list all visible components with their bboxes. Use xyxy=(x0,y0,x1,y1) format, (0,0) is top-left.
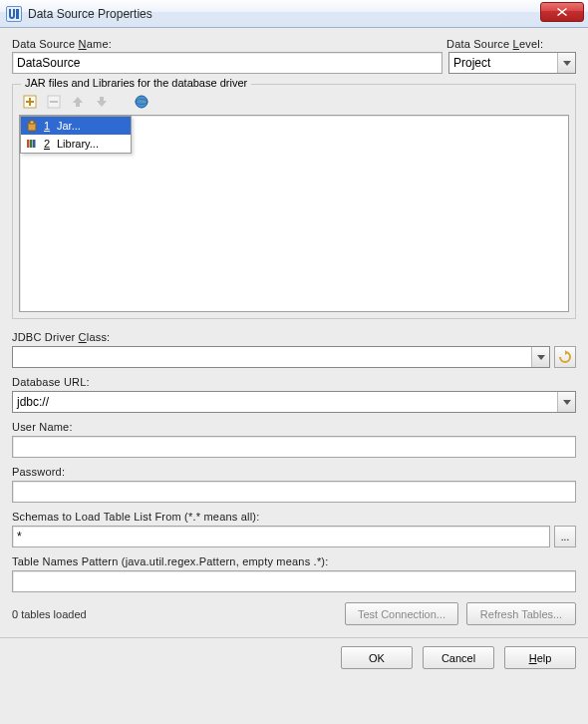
library-icon xyxy=(25,138,39,150)
user-name-input[interactable] xyxy=(12,436,576,458)
jdbc-driver-class-select[interactable] xyxy=(12,346,550,368)
user-name-label: User Name: xyxy=(12,421,576,433)
menu-library-num: 2 xyxy=(44,138,52,150)
data-source-level-select[interactable]: Project xyxy=(448,52,576,74)
menu-item-library[interactable]: 2 Library... xyxy=(21,135,131,153)
add-button[interactable] xyxy=(21,93,39,111)
jar-files-group: JAR files and Libraries for the database… xyxy=(12,84,576,319)
move-down-button[interactable] xyxy=(93,93,111,111)
help-button[interactable]: Help xyxy=(504,646,576,669)
app-icon xyxy=(6,6,22,22)
database-url-label: Database URL: xyxy=(12,376,576,388)
svg-rect-3 xyxy=(26,101,34,103)
svg-rect-10 xyxy=(27,140,30,148)
svg-rect-12 xyxy=(33,140,36,148)
password-label: Password: xyxy=(12,466,576,478)
add-dropdown-menu: 1 Jar... 2 Library... xyxy=(20,116,132,154)
jar-icon xyxy=(25,120,39,132)
chevron-down-icon xyxy=(531,347,549,367)
table-pattern-label: Table Names Pattern (java.util.regex.Pat… xyxy=(12,555,576,567)
schemas-browse-button[interactable]: ... xyxy=(554,526,576,547)
refresh-tables-button[interactable]: Refresh Tables... xyxy=(466,602,576,625)
schemas-label: Schemas to Load Table List From (*.* mea… xyxy=(12,511,576,523)
dialog-content: Data Source Name: Data Source Level: Pro… xyxy=(0,28,588,625)
status-text: 0 tables loaded xyxy=(12,608,337,620)
menu-jar-num: 1 xyxy=(44,120,52,132)
schemas-input[interactable] xyxy=(12,526,550,547)
svg-rect-0 xyxy=(16,9,19,19)
data-source-level-label: Data Source Level: xyxy=(446,38,576,50)
window-title: Data Source Properties xyxy=(28,7,152,21)
bottom-button-bar: OK Cancel Help xyxy=(0,637,588,679)
table-pattern-input[interactable] xyxy=(12,570,576,592)
jar-group-legend: JAR files and Libraries for the database… xyxy=(21,77,251,89)
menu-library-label: Library... xyxy=(57,138,99,150)
jar-toolbar xyxy=(19,93,569,111)
cancel-button[interactable]: Cancel xyxy=(423,646,494,669)
svg-rect-5 xyxy=(50,101,58,103)
globe-icon[interactable] xyxy=(133,93,150,111)
reload-driver-button[interactable] xyxy=(554,346,576,368)
menu-item-jar[interactable]: 1 Jar... xyxy=(21,117,131,135)
test-connection-button[interactable]: Test Connection... xyxy=(345,602,458,625)
database-url-select[interactable]: jdbc:// xyxy=(12,391,576,413)
close-button[interactable] xyxy=(540,2,584,22)
titlebar: Data Source Properties xyxy=(0,0,588,28)
chevron-down-icon xyxy=(557,392,575,412)
password-input[interactable] xyxy=(12,481,576,503)
svg-rect-9 xyxy=(30,121,34,124)
menu-jar-label: Jar... xyxy=(57,120,81,132)
data-source-name-label: Data Source Name: xyxy=(12,38,442,50)
move-up-button[interactable] xyxy=(69,93,87,111)
remove-button[interactable] xyxy=(45,93,63,111)
data-source-level-value: Project xyxy=(453,56,490,70)
ok-button[interactable]: OK xyxy=(341,646,413,669)
chevron-down-icon xyxy=(557,53,575,73)
database-url-value: jdbc:// xyxy=(17,395,49,409)
jar-listbox[interactable]: 1 Jar... 2 Library... xyxy=(19,115,569,312)
svg-rect-11 xyxy=(30,140,33,148)
data-source-name-input[interactable] xyxy=(12,52,442,74)
jdbc-driver-class-label: JDBC Driver Class: xyxy=(12,331,576,343)
